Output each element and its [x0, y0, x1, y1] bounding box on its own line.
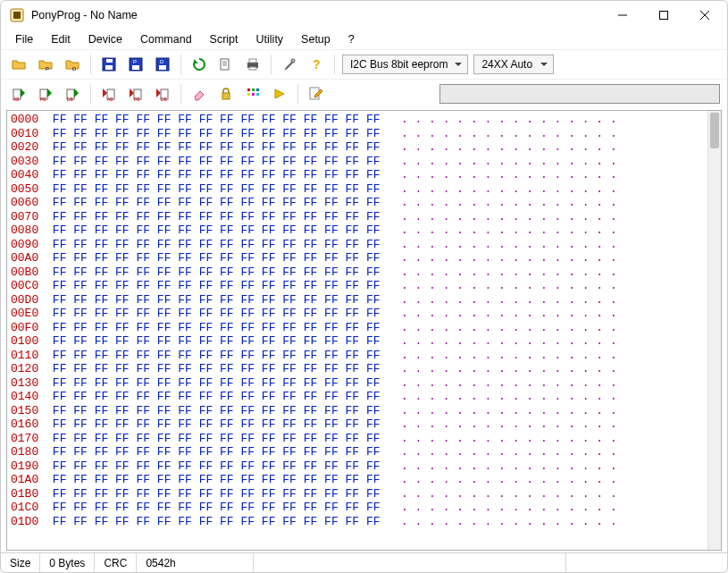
- app-window: PonyProg - No Name File Edit Device Comm…: [0, 0, 728, 573]
- svg-text:AB: AB: [13, 97, 20, 102]
- svg-rect-23: [249, 67, 256, 70]
- menu-command[interactable]: Command: [133, 31, 199, 47]
- svg-text:?: ?: [313, 57, 321, 72]
- save-data-file-button[interactable]: D: [152, 54, 173, 75]
- status-size-value: 0 Bytes: [40, 553, 95, 572]
- save-program-file-button[interactable]: P: [125, 54, 146, 75]
- svg-rect-43: [252, 93, 255, 96]
- close-button[interactable]: [684, 1, 725, 29]
- maximize-button[interactable]: [643, 1, 684, 29]
- svg-rect-38: [222, 93, 230, 99]
- svg-rect-15: [159, 65, 166, 70]
- svg-text:P: P: [133, 59, 137, 64]
- write-prog-button[interactable]: PB: [125, 83, 146, 105]
- menu-file[interactable]: File: [8, 31, 40, 47]
- svg-rect-42: [247, 93, 250, 96]
- menu-edit[interactable]: Edit: [44, 31, 78, 47]
- edit-note-button[interactable]: [305, 83, 327, 105]
- chevron-down-icon: [455, 58, 462, 71]
- bus-type-select[interactable]: I2C Bus 8bit eeprom: [342, 55, 468, 74]
- config-bits-button[interactable]: [242, 83, 264, 105]
- app-icon: [10, 8, 24, 22]
- svg-text:DB: DB: [67, 97, 74, 102]
- hex-editor: 0000 FF FF FF FF FF FF FF FF FF FF FF FF…: [6, 110, 722, 551]
- svg-rect-1: [13, 12, 21, 19]
- status-crc-label: CRC: [95, 553, 137, 572]
- window-controls: [602, 1, 725, 29]
- svg-point-24: [291, 59, 295, 63]
- print-preview-button[interactable]: [215, 54, 237, 75]
- bus-type-value: I2C Bus 8bit eeprom: [350, 58, 448, 71]
- device-type-value: 24XX Auto: [481, 58, 532, 71]
- svg-rect-12: [132, 65, 139, 70]
- write-data-button[interactable]: DB: [152, 83, 173, 105]
- svg-rect-10: [106, 59, 113, 63]
- help-button[interactable]: ?: [305, 54, 327, 75]
- svg-text:DB: DB: [161, 97, 168, 102]
- svg-rect-17: [221, 59, 229, 70]
- scrollbar-thumb[interactable]: [710, 113, 719, 148]
- hex-content[interactable]: 0000 FF FF FF FF FF FF FF FF FF FF FF FF…: [7, 111, 707, 550]
- setup-button[interactable]: [279, 54, 300, 75]
- svg-text:D: D: [160, 59, 164, 64]
- read-data-button[interactable]: DB: [62, 83, 83, 105]
- read-all-button[interactable]: AB: [8, 83, 29, 105]
- svg-rect-40: [252, 88, 255, 91]
- status-size-label: Size: [1, 553, 40, 572]
- svg-rect-44: [256, 93, 259, 96]
- open-program-file-button[interactable]: P: [35, 54, 56, 75]
- status-crc-value: 0542h: [137, 553, 253, 572]
- save-device-file-button[interactable]: [98, 54, 120, 75]
- erase-button[interactable]: [188, 83, 210, 105]
- open-device-file-button[interactable]: [8, 54, 29, 75]
- svg-text:PB: PB: [134, 97, 140, 102]
- svg-rect-22: [249, 59, 256, 63]
- toolbar-edit: AB PB DB AB PB DB: [1, 79, 727, 110]
- menu-script[interactable]: Script: [203, 31, 246, 47]
- menu-help[interactable]: ?: [341, 31, 362, 47]
- svg-rect-9: [105, 65, 113, 70]
- print-button[interactable]: [242, 54, 264, 75]
- run-script-button[interactable]: [269, 83, 290, 105]
- vertical-scrollbar[interactable]: [707, 111, 721, 550]
- lock-button[interactable]: [215, 83, 237, 105]
- svg-text:P: P: [46, 66, 49, 72]
- device-type-select[interactable]: 24XX Auto: [473, 55, 554, 74]
- svg-rect-41: [256, 88, 259, 91]
- svg-rect-39: [247, 88, 250, 91]
- svg-text:PB: PB: [40, 97, 46, 102]
- menu-setup[interactable]: Setup: [294, 31, 338, 47]
- address-input[interactable]: [439, 84, 720, 104]
- svg-text:D: D: [72, 66, 77, 72]
- open-data-file-button[interactable]: D: [62, 54, 83, 75]
- minimize-button[interactable]: [602, 1, 643, 29]
- svg-text:AB: AB: [107, 97, 113, 102]
- chevron-down-icon: [540, 58, 548, 71]
- write-all-button[interactable]: AB: [98, 83, 120, 105]
- read-prog-button[interactable]: PB: [35, 83, 56, 105]
- titlebar: PonyProg - No Name: [1, 1, 727, 29]
- reload-button[interactable]: [188, 54, 210, 75]
- svg-rect-3: [660, 12, 668, 20]
- menu-utility[interactable]: Utility: [249, 31, 291, 47]
- menu-device[interactable]: Device: [81, 31, 130, 47]
- window-title: PonyProg - No Name: [31, 9, 602, 21]
- menubar: File Edit Device Command Script Utility …: [1, 29, 727, 49]
- toolbar-main: P D P D ? I2C Bus 8bit eeprom 24XX Auto: [1, 49, 727, 79]
- statusbar: Size 0 Bytes CRC 0542h: [1, 552, 727, 572]
